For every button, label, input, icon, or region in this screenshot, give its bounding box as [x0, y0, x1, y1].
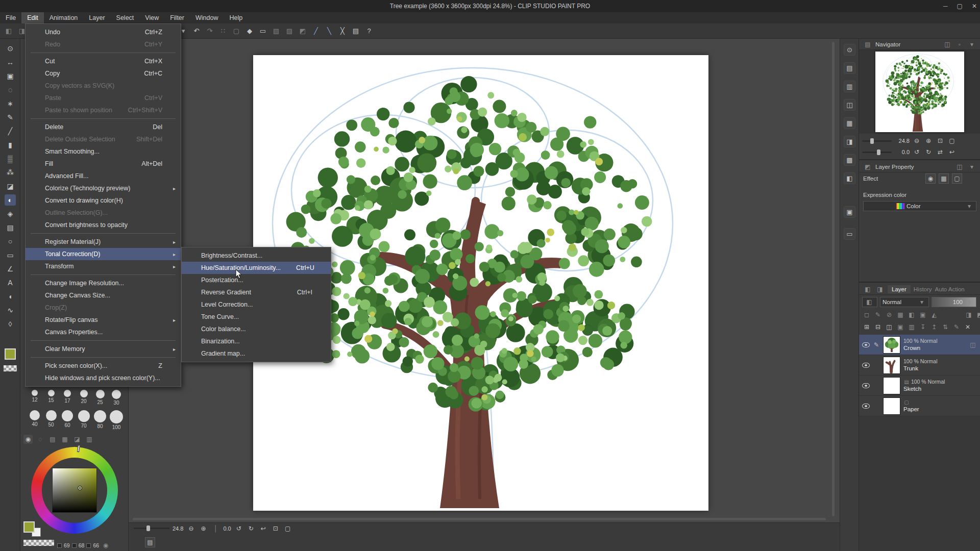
menu-item-undo[interactable]: UndoCtrl+Z: [26, 26, 181, 38]
panel-menu-icon[interactable]: ▾: [967, 162, 976, 171]
tool-eyedropper[interactable]: ◊: [5, 318, 16, 330]
tab-layer[interactable]: Layer: [888, 285, 911, 293]
layer-thumbnail[interactable]: [883, 377, 900, 394]
panel-menu-icon[interactable]: ▾: [967, 40, 976, 49]
menu-item-advanced-fill[interactable]: Advanced Fill...: [26, 170, 181, 182]
brush-size[interactable]: 30: [108, 390, 125, 406]
panel-icon-layerprop[interactable]: ▣: [844, 206, 855, 218]
panel-minimize-icon[interactable]: ▫: [955, 40, 964, 49]
brush-size[interactable]: 80: [92, 410, 108, 429]
layer-row-paper[interactable]: ▢ Paper: [859, 396, 980, 416]
menu-window[interactable]: Window: [190, 12, 224, 23]
clear-icon[interactable]: ∷: [217, 26, 229, 37]
color-history-tab[interactable]: ▥: [85, 435, 94, 444]
reset-rotation-icon[interactable]: ↩: [259, 524, 268, 533]
actual-pixels-icon[interactable]: ▢: [947, 136, 957, 145]
rotate-cw-icon[interactable]: ↻: [247, 524, 256, 533]
lock-icon-4[interactable]: ▦: [896, 310, 905, 319]
opacity-control[interactable]: 100 ▾: [932, 297, 976, 307]
rotate-ccw-icon[interactable]: ↺: [912, 147, 921, 157]
mask-icon[interactable]: ◩: [975, 310, 980, 319]
menu-file[interactable]: File: [0, 12, 21, 23]
panel-float-icon[interactable]: ◫: [943, 40, 952, 49]
tool-decoration[interactable]: ⁂: [5, 167, 16, 178]
tool-balloon[interactable]: ◖: [5, 291, 16, 302]
menu-filter[interactable]: Filter: [164, 12, 190, 23]
submenu-item-tone-curve[interactable]: Tone Curve...: [182, 311, 331, 323]
delete-layer-icon[interactable]: ✕: [963, 322, 972, 332]
menu-item-transform[interactable]: Transform: [26, 260, 181, 272]
lock-icon-6[interactable]: ▣: [918, 310, 927, 319]
crop-icon[interactable]: ▭: [257, 26, 268, 37]
tool-pen[interactable]: ✎: [5, 112, 16, 123]
brush-size[interactable]: 25: [92, 390, 108, 405]
palette-color-dropdown[interactable]: ◧: [862, 297, 877, 307]
tool-figure[interactable]: ○: [5, 236, 16, 247]
lock-icon-1[interactable]: ◻: [862, 310, 871, 319]
menu-item-delete[interactable]: DeleteDel: [26, 121, 181, 133]
zoom-out-icon[interactable]: ⊖: [186, 524, 195, 533]
tool-gradient[interactable]: ▤: [5, 222, 16, 233]
navigator-zoom-slider[interactable]: [862, 140, 892, 142]
color-mixing-tab[interactable]: ▦: [60, 435, 69, 444]
transparent-color-swatch[interactable]: [23, 540, 54, 546]
layer-thumbnail[interactable]: [883, 357, 900, 374]
expression-color-dropdown[interactable]: Color ▾: [863, 201, 976, 211]
submenu-item-level-correction[interactable]: Level Correction...: [182, 298, 331, 311]
tool-line-correct[interactable]: ∿: [5, 305, 16, 316]
menu-edit[interactable]: Edit: [21, 12, 44, 23]
layer-row-crown[interactable]: ✎ 100 % Normal Crown ◫: [859, 335, 980, 355]
tool-eraser[interactable]: ◪: [5, 181, 16, 192]
menu-item-register-material[interactable]: Register Material(J): [26, 236, 181, 248]
brush-size[interactable]: 40: [27, 410, 43, 427]
tab-history[interactable]: History: [914, 286, 932, 292]
submenu-item-hue-saturation-luminosity[interactable]: Hue/Saturation/Luminosity...Ctrl+U: [182, 262, 331, 274]
submenu-item-reverse-gradient[interactable]: Reverse GradientCtrl+I: [182, 286, 331, 298]
menu-item-change-image-resolution[interactable]: Change Image Resolution...: [26, 277, 181, 289]
layer-thumbnail[interactable]: [883, 336, 900, 354]
panel-icon-info[interactable]: ◨: [844, 136, 855, 147]
deselect-icon[interactable]: ▨: [284, 26, 295, 37]
edit-mask-icon[interactable]: ✎: [952, 322, 961, 332]
rotate-ccw-icon[interactable]: ↺: [234, 524, 243, 533]
panel-icon-subview[interactable]: ⊙: [844, 44, 855, 56]
new-vector-layer-icon[interactable]: ⊟: [873, 322, 883, 332]
layer-mask-icon[interactable]: ⇅: [941, 322, 950, 332]
brush-size[interactable]: 70: [76, 410, 92, 429]
menu-view[interactable]: View: [139, 12, 164, 23]
effect-border-icon[interactable]: ◉: [925, 173, 936, 184]
menu-select[interactable]: Select: [111, 12, 140, 23]
vertical-scrollbar[interactable]: [832, 42, 835, 516]
fill-icon[interactable]: ◆: [244, 26, 255, 37]
layer-property-header[interactable]: ◩ Layer Property ◫ ▾: [859, 161, 980, 172]
new-layer-icon[interactable]: ⊞: [862, 322, 871, 332]
lock-icon-2[interactable]: ✎: [873, 310, 883, 319]
tool-brush[interactable]: ▮: [5, 139, 16, 151]
menu-item-smart-smoothing[interactable]: Smart Smoothing...: [26, 145, 181, 158]
merge-down-icon[interactable]: ↧: [918, 322, 927, 332]
main-color-swatch[interactable]: [23, 521, 35, 533]
reset-view-icon[interactable]: ↩: [947, 147, 957, 157]
menu-animation[interactable]: Animation: [44, 12, 84, 23]
sv-cursor[interactable]: [78, 486, 82, 490]
menu-item-convert-brightness-opacity[interactable]: Convert brightness to opacity: [26, 219, 181, 231]
submenu-item-brightness-contrast[interactable]: Brightness/Contrast...: [182, 249, 331, 262]
invert-selection-icon[interactable]: ◩: [297, 26, 308, 37]
tool-pencil[interactable]: ╱: [5, 126, 16, 137]
menu-item-pick-screen-color[interactable]: Pick screen color(X)...Z: [26, 360, 181, 372]
submenu-item-binarization[interactable]: Binarization...: [182, 335, 331, 347]
snap-grid-icon[interactable]: ╳: [337, 26, 348, 37]
tool-frame[interactable]: ▭: [5, 249, 16, 261]
layer-row-sketch[interactable]: ▤ 100 % Normal Sketch: [859, 375, 980, 396]
undo-icon[interactable]: ↶: [191, 26, 202, 37]
menu-help[interactable]: Help: [224, 12, 248, 23]
submenu-item-gradient-map[interactable]: Gradient map...: [182, 347, 331, 360]
menu-item-colorize[interactable]: Colorize (Technology preview): [26, 182, 181, 194]
main-color-swatch[interactable]: [5, 348, 16, 360]
visibility-icon[interactable]: [862, 383, 870, 388]
tab-auto-action[interactable]: Auto Action: [935, 286, 965, 292]
tool-lasso[interactable]: ◌: [5, 84, 16, 95]
navigator-header[interactable]: ▤ Navigator ◫ ▫ ▾: [859, 39, 980, 50]
menu-item-convert-drawing-color[interactable]: Convert to drawing color(H): [26, 194, 181, 207]
menu-item-canvas-properties[interactable]: Canvas Properties...: [26, 326, 181, 338]
